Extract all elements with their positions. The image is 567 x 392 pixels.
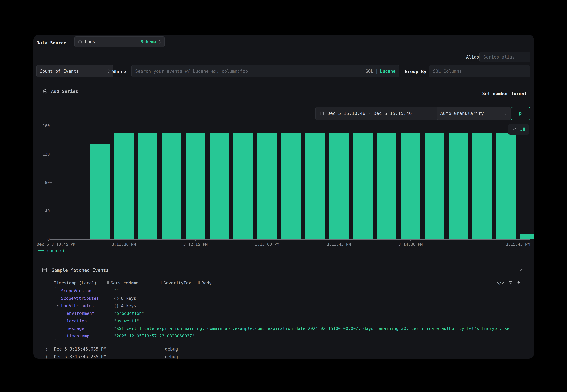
add-series-button[interactable]: Add Series xyxy=(43,89,78,94)
legend-series-label[interactable]: count() xyxy=(47,248,65,253)
y-axis-label: 0 xyxy=(35,237,50,242)
chart-bar xyxy=(329,133,349,239)
x-axis-label: 3:12:15 PM xyxy=(183,242,208,247)
chart-legend: count() xyxy=(38,248,65,253)
detail-key: environment xyxy=(67,310,94,317)
expand-row-chevron-icon[interactable]: ❯ xyxy=(45,347,48,352)
detail-row-LogAttributes: ▾LogAttributes{}4 keys xyxy=(55,302,509,310)
row-severity: debug xyxy=(165,347,178,352)
y-axis-tick xyxy=(50,126,52,126)
download-icon[interactable] xyxy=(516,280,521,285)
set-number-format-label: Set number format xyxy=(482,91,527,96)
search-input-wrap: SQL | Lucene xyxy=(131,65,400,77)
detail-value: "" xyxy=(114,287,119,294)
sample-events-header[interactable]: Sample Matched Events xyxy=(42,267,109,273)
lucene-toggle[interactable]: Lucene xyxy=(380,69,396,74)
table-row[interactable]: ❯Dec 5 3:15:45.635 PMdebug xyxy=(33,346,534,353)
column-header-servicename[interactable]: ⠿ServiceName xyxy=(107,280,138,285)
column-header-body[interactable]: ⠿Body xyxy=(197,280,211,285)
expand-triangle-icon[interactable]: ▾ xyxy=(57,302,59,310)
group-by-input[interactable] xyxy=(429,69,530,74)
alias-input[interactable] xyxy=(480,55,534,60)
set-number-format-button[interactable]: Set number format xyxy=(479,89,530,98)
detail-row-environment: environment"production" xyxy=(55,310,509,317)
drag-handle-icon[interactable]: ⠿ xyxy=(197,281,200,285)
header-divider xyxy=(33,56,462,57)
detail-key: message xyxy=(67,325,84,332)
run-query-button[interactable] xyxy=(511,107,530,120)
alias-label: Alias xyxy=(466,55,479,60)
chart-bar xyxy=(114,133,134,239)
toggle-separator: | xyxy=(375,69,378,74)
search-input[interactable] xyxy=(132,69,365,74)
events-table-body: ❯Dec 5 3:15:45.635 PMdebug❯Dec 5 3:15:45… xyxy=(33,346,534,359)
x-axis-label: 3:14:30 PM xyxy=(399,242,423,247)
column-header-timestamp-local-[interactable]: Timestamp (Local) xyxy=(54,280,97,285)
table-row[interactable]: ❯Dec 5 3:15:45.235 PMdebug xyxy=(33,353,534,359)
column-header-label: Timestamp (Local) xyxy=(54,280,97,285)
y-axis-label: 160 xyxy=(35,124,50,128)
code-icon[interactable]: </> xyxy=(497,280,504,285)
events-toolbar: </> xyxy=(497,280,521,285)
x-axis-tick xyxy=(267,239,267,241)
column-header-label: ServiceName xyxy=(111,280,138,285)
x-axis-tick xyxy=(52,239,52,241)
calendar-icon xyxy=(320,111,324,116)
chevron-updown-icon xyxy=(504,111,507,116)
time-range-picker[interactable]: Dec 5 15:10:46 - Dec 5 15:15:46 xyxy=(316,107,441,120)
aggregate-value: Count of Events xyxy=(40,69,79,74)
expand-row-chevron-icon[interactable]: ❯ xyxy=(45,354,48,359)
chart-bar xyxy=(472,133,492,239)
row-timestamp: Dec 5 3:15:45.635 PM xyxy=(54,347,106,352)
chart-bar xyxy=(186,133,205,239)
aggregate-select[interactable]: Count of Events xyxy=(37,65,113,77)
chart-bar xyxy=(234,133,253,239)
x-axis-tick xyxy=(530,239,530,241)
detail-object-meta: {}0 keys xyxy=(114,294,136,302)
column-header-label: SeverityText xyxy=(163,280,194,285)
chart-bar xyxy=(401,133,420,239)
y-axis-tick xyxy=(50,154,52,154)
row-timestamp: Dec 5 3:15:45.235 PM xyxy=(54,354,106,359)
y-axis-tick xyxy=(50,239,52,239)
braces-icon: {} xyxy=(114,304,119,308)
detail-key: ScopeVersion xyxy=(61,287,91,294)
granularity-value: Auto Granularity xyxy=(440,111,484,116)
x-axis-label: 3:13:00 PM xyxy=(255,242,279,247)
bar-chart-icon[interactable] xyxy=(520,127,525,132)
chart-type-switcher xyxy=(508,124,529,135)
line-chart-icon[interactable] xyxy=(512,127,517,132)
drag-handle-icon[interactable]: ⠿ xyxy=(159,281,162,285)
events-table-header: Timestamp (Local)⠿ServiceName⠿SeverityTe… xyxy=(33,280,534,287)
granularity-select[interactable]: Auto Granularity xyxy=(437,107,511,120)
drag-handle-icon[interactable]: ⠿ xyxy=(107,281,109,285)
wrap-text-icon[interactable] xyxy=(508,280,513,285)
x-axis-tick xyxy=(339,239,339,241)
data-source-select[interactable]: Logs Schema xyxy=(74,37,165,47)
detail-key[interactable]: ScopeAttributes xyxy=(61,294,99,302)
chart-bar xyxy=(305,133,325,239)
detail-key[interactable]: LogAttributes xyxy=(61,302,94,310)
detail-row-location: location"us-west1" xyxy=(55,317,509,325)
collapse-chevron-icon[interactable] xyxy=(520,268,524,272)
sql-toggle[interactable]: SQL xyxy=(365,69,373,74)
chart-bar xyxy=(353,133,373,239)
column-header-severitytext[interactable]: ⠿SeverityText xyxy=(159,280,194,285)
column-header-label: Body xyxy=(202,280,211,285)
detail-row-timestamp: timestamp"2025-12-05T13:57:23.082306893Z… xyxy=(55,332,509,340)
detail-key: timestamp xyxy=(67,332,89,340)
schema-mode-label[interactable]: Schema xyxy=(140,39,156,44)
x-axis-label: Dec 5 3:10:45 PM xyxy=(37,242,75,247)
detail-value: "production" xyxy=(114,310,144,317)
chart-bar xyxy=(377,133,397,239)
detail-row-ScopeVersion: ScopeVersion"" xyxy=(55,287,509,294)
x-axis-tick xyxy=(195,239,196,241)
chart-bar xyxy=(257,133,277,239)
chart-bar xyxy=(162,133,181,239)
timeseries-chart[interactable]: 04080120160Dec 5 3:10:45 PM3:11:30 PM3:1… xyxy=(52,126,530,240)
cell-divider xyxy=(51,354,51,359)
event-detail-panel: ScopeVersion""ScopeAttributes{}0 keys▾Lo… xyxy=(55,287,509,340)
detail-value: "2025-12-05T13:57:23.082306893Z" xyxy=(114,332,195,340)
chart-bar xyxy=(496,133,516,239)
group-by-label: Group By xyxy=(405,69,427,74)
